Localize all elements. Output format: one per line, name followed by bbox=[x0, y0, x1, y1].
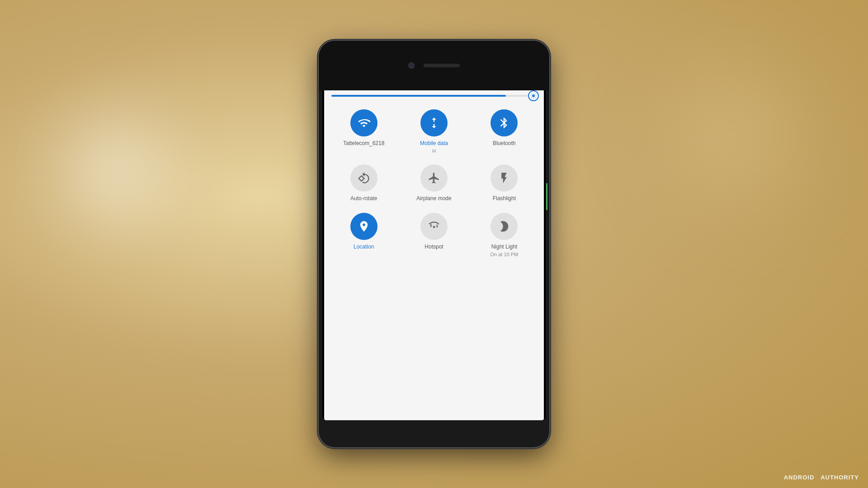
location-label: Location bbox=[354, 244, 374, 251]
tile-auto-rotate[interactable]: Auto-rotate bbox=[330, 161, 398, 206]
quick-settings-panel: Tattelecom_6218 Mobile data H bbox=[324, 88, 544, 420]
brightness-fill bbox=[331, 95, 506, 97]
phone-top-bezel bbox=[319, 41, 549, 90]
flashlight-label: Flashlight bbox=[493, 195, 516, 202]
tile-wifi[interactable]: Tattelecom_6218 bbox=[330, 106, 398, 157]
brightness-row[interactable] bbox=[330, 95, 538, 97]
brightness-slider[interactable] bbox=[331, 95, 537, 97]
night-light-tile-icon bbox=[491, 213, 518, 240]
svg-point-3 bbox=[532, 94, 535, 97]
location-tile-icon bbox=[350, 213, 377, 240]
tile-flashlight[interactable]: Flashlight bbox=[470, 161, 538, 206]
svg-line-11 bbox=[535, 94, 535, 94]
bg-blur-left bbox=[36, 90, 194, 249]
hotspot-icon bbox=[428, 220, 440, 233]
bluetooth-tile-icon bbox=[491, 109, 518, 136]
svg-line-7 bbox=[535, 97, 535, 98]
tile-location[interactable]: Location bbox=[330, 209, 398, 261]
hotspot-label: Hotspot bbox=[425, 244, 443, 251]
night-light-label: Night Light bbox=[491, 244, 517, 251]
tile-hotspot[interactable]: Hotspot bbox=[400, 209, 468, 261]
phone: 18:22 51% bbox=[319, 41, 549, 447]
night-light-icon bbox=[498, 220, 510, 233]
auto-rotate-icon bbox=[358, 172, 370, 184]
green-accent bbox=[546, 183, 547, 210]
airplane-tile-icon bbox=[420, 164, 448, 192]
flashlight-tile-icon bbox=[491, 164, 518, 192]
night-light-sublabel: On at 10 PM bbox=[490, 252, 518, 257]
brightness-icon bbox=[530, 93, 537, 99]
earpiece bbox=[424, 64, 460, 67]
bluetooth-label: Bluetooth bbox=[493, 140, 516, 147]
watermark: ANDROID AUTHORITY bbox=[784, 474, 859, 481]
bluetooth-icon bbox=[498, 117, 510, 129]
location-icon bbox=[358, 220, 370, 233]
phone-screen: 18:22 51% bbox=[322, 68, 546, 420]
watermark-suffix: AUTHORITY bbox=[821, 474, 859, 481]
mobile-data-label: Mobile data bbox=[420, 140, 448, 147]
wifi-tile-icon bbox=[350, 109, 377, 136]
front-camera bbox=[408, 62, 415, 69]
mobile-data-icon bbox=[428, 117, 440, 129]
svg-line-10 bbox=[531, 97, 532, 98]
auto-rotate-label: Auto-rotate bbox=[350, 195, 377, 202]
tile-night-light[interactable]: Night Light On at 10 PM bbox=[470, 209, 538, 261]
tile-mobile-data[interactable]: Mobile data H bbox=[400, 106, 468, 157]
watermark-prefix: ANDROID bbox=[784, 474, 815, 481]
mobile-data-sublabel: H bbox=[432, 148, 436, 154]
wifi-icon bbox=[358, 117, 370, 129]
wifi-label: Tattelecom_6218 bbox=[343, 140, 384, 147]
tile-airplane[interactable]: Airplane mode bbox=[400, 161, 468, 206]
mobile-data-tile-icon bbox=[420, 109, 448, 136]
tiles-grid: Tattelecom_6218 Mobile data H bbox=[330, 106, 538, 261]
bg-blur-right bbox=[642, 45, 823, 226]
auto-rotate-tile-icon bbox=[350, 164, 377, 192]
airplane-label: Airplane mode bbox=[416, 195, 451, 202]
brightness-thumb[interactable] bbox=[528, 90, 539, 101]
airplane-icon bbox=[428, 172, 440, 184]
hotspot-tile-icon bbox=[420, 213, 448, 240]
svg-line-6 bbox=[531, 94, 532, 94]
tile-bluetooth[interactable]: Bluetooth bbox=[470, 106, 538, 157]
phone-wrapper: 18:22 51% bbox=[319, 41, 549, 447]
flashlight-icon bbox=[498, 172, 510, 184]
